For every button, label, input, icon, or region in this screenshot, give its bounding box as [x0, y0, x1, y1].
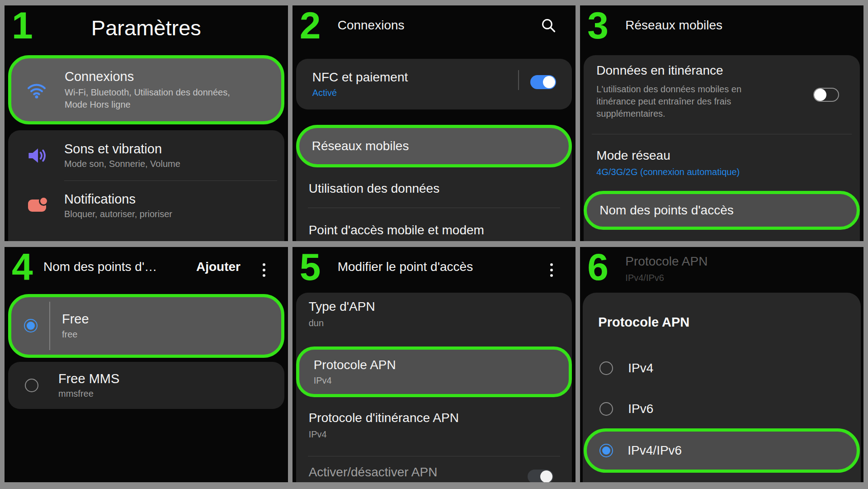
item-texts: Free free — [62, 312, 89, 340]
panel-5-modifier-apn: 5 Modifier le point d'accès Type d'APN d… — [292, 247, 576, 483]
option-ipv4-ipv6[interactable]: IPv4/IPv6 — [584, 428, 860, 473]
step-number-3: 3 — [587, 6, 609, 44]
panel-2-connexions: 2 Connexions NFC et paiement Activé Rése… — [292, 5, 576, 241]
option-label: IPv4 — [628, 361, 653, 375]
screen-title-connexions: Connexions — [338, 18, 405, 33]
activer-apn-toggle[interactable] — [528, 470, 553, 483]
apn-name: Free MMS — [58, 371, 119, 386]
settings-item-reseaux-mobiles[interactable]: Réseaux mobiles — [296, 125, 572, 167]
nfc-toggle[interactable] — [530, 75, 556, 89]
item-status: Activé — [312, 88, 572, 98]
item-title: Nom des points d'accès — [599, 203, 733, 218]
step-number-1: 1 — [12, 6, 33, 44]
tutorial-grid: 1 Paramètres Connexions Wi-Fi, Bluetooth… — [0, 0, 868, 489]
protocole-itinerance-value: IPv4 — [309, 429, 327, 440]
settings-item-point-acces[interactable]: Point d'accès mobile et modem — [309, 223, 484, 237]
panel-3-reseaux-mobiles: 3 Réseaux mobiles Données en itinérance … — [580, 5, 863, 241]
item-subtitle: Mode son, Sonnerie, Volume — [64, 159, 180, 169]
add-apn-button[interactable]: Ajouter — [196, 260, 241, 274]
option-ipv4[interactable]: IPv4 — [599, 361, 653, 375]
page-title-parametres: Paramètres — [5, 15, 288, 40]
dimmed-protocole-title: Protocole APN — [625, 254, 708, 269]
step-number-4: 4 — [12, 248, 33, 286]
speaker-icon — [26, 147, 48, 165]
apn-item-free-mms[interactable]: Free MMS mmsfree — [8, 362, 284, 409]
item-value: IPv4 — [314, 375, 569, 386]
item-title: Réseaux mobiles — [312, 139, 409, 153]
list-divider — [64, 180, 277, 181]
more-options-icon[interactable] — [548, 261, 555, 279]
screen-title-apn-list: Nom des points d'… — [43, 260, 157, 274]
apn-type-title[interactable]: Type d'APN — [309, 299, 375, 314]
dimmed-protocole-value: IPv4/IPv6 — [625, 273, 664, 283]
option-label: IPv4/IPv6 — [627, 443, 682, 458]
item-texts: Connexions Wi-Fi, Bluetooth, Utilisation… — [65, 69, 254, 111]
roaming-description: L'utilisation des données mobiles en iti… — [596, 83, 768, 120]
radio-free-mms[interactable] — [25, 379, 38, 392]
screen-title-reseaux-mobiles: Réseaux mobiles — [625, 18, 722, 33]
more-options-icon[interactable] — [261, 261, 267, 279]
protocole-itinerance-title[interactable]: Protocole d'itinérance APN — [309, 411, 459, 425]
settings-item-connexions[interactable]: Connexions Wi-Fi, Bluetooth, Utilisation… — [8, 55, 284, 124]
item-subtitle: Bloquer, autoriser, prioriser — [64, 209, 172, 219]
item-subtitle: Wi-Fi, Bluetooth, Utilisation des donnée… — [65, 86, 254, 111]
step-number-5: 5 — [300, 248, 321, 286]
item-title: Connexions — [65, 69, 254, 84]
radio-ipv4[interactable] — [599, 361, 613, 375]
item-title: Notifications — [64, 192, 172, 207]
activer-apn-title: Activer/désactiver APN — [309, 465, 438, 480]
roaming-title: Données en itinérance — [596, 63, 723, 78]
apn-type-value: dun — [309, 318, 324, 328]
option-ipv6[interactable]: IPv6 — [599, 402, 653, 416]
item-texts: Notifications Bloquer, autoriser, priori… — [64, 192, 172, 219]
apn-item-free[interactable]: Free free — [8, 294, 284, 358]
apn-name: Free — [62, 312, 89, 327]
radio-ipv4-ipv6-selected[interactable] — [599, 444, 613, 457]
search-icon[interactable] — [540, 17, 557, 35]
option-label: IPv6 — [628, 402, 653, 416]
apn-value: mmsfree — [58, 389, 119, 399]
settings-item-nom-points-acces[interactable]: Nom des points d'accès — [584, 191, 860, 230]
wifi-icon — [26, 81, 47, 100]
apn-value: free — [62, 329, 89, 340]
mode-reseau-value: 4G/3G/2G (connexion automatique) — [596, 167, 740, 177]
notification-icon — [26, 199, 48, 212]
settings-item-sons-vibration[interactable]: Sons et vibration Mode son, Sonnerie, Vo… — [8, 130, 284, 180]
radio-divider — [49, 302, 50, 350]
list-divider — [308, 456, 561, 456]
radio-free-selected[interactable] — [24, 319, 38, 332]
item-title: Sons et vibration — [64, 142, 180, 157]
roaming-toggle[interactable] — [813, 88, 839, 102]
list-divider — [592, 134, 852, 134]
step-number-6: 6 — [587, 248, 609, 286]
panel-6-protocole-dialog: 6 Protocole APN IPv4/IPv6 Protocole APN … — [580, 247, 863, 483]
settings-item-utilisation-donnees[interactable]: Utilisation des données — [309, 181, 440, 196]
item-texts: Free MMS mmsfree — [58, 371, 119, 399]
panel-4-apn-list: 4 Nom des points d'… Ajouter Free free F… — [5, 247, 288, 483]
radio-ipv6[interactable] — [599, 402, 613, 416]
item-title: Protocole APN — [314, 358, 569, 372]
item-texts: Sons et vibration Mode son, Sonnerie, Vo… — [64, 142, 180, 169]
settings-item-mode-reseau[interactable]: Mode réseau — [596, 148, 670, 163]
list-divider — [308, 208, 561, 208]
step-number-2: 2 — [300, 6, 321, 44]
toggle-divider — [518, 70, 519, 90]
dialog-title: Protocole APN — [598, 315, 689, 330]
settings-item-notifications[interactable]: Notifications Bloquer, autoriser, priori… — [8, 180, 284, 231]
settings-group-card: Sons et vibration Mode son, Sonnerie, Vo… — [8, 130, 284, 241]
screen-title-modifier-apn: Modifier le point d'accès — [338, 260, 473, 274]
panel-1-parametres: 1 Paramètres Connexions Wi-Fi, Bluetooth… — [5, 5, 288, 241]
settings-item-protocole-apn[interactable]: Protocole APN IPv4 — [296, 347, 572, 397]
